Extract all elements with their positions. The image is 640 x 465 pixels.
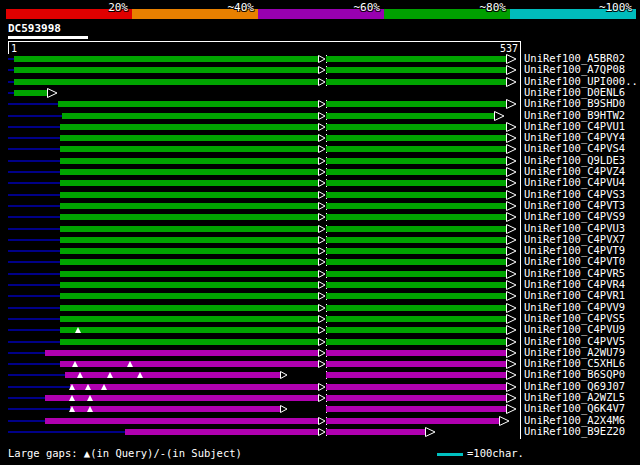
arrowhead-icon — [506, 246, 517, 256]
alignment-bar[interactable] — [60, 158, 318, 164]
unaligned-lead-line — [8, 397, 45, 399]
alignment-bar[interactable] — [60, 248, 318, 254]
color-key-label-1: ~40% — [228, 2, 255, 14]
hit-label[interactable]: UniRef100_B9SHD0 — [524, 98, 625, 110]
alignment-bar[interactable] — [45, 418, 318, 424]
alignment-bar[interactable] — [326, 56, 507, 62]
alignment-bar[interactable] — [326, 361, 507, 367]
alignment-bar[interactable] — [326, 79, 507, 85]
labels-column: UniRef100_A5BR02UniRef100_A7QP08UniRef10… — [524, 54, 640, 439]
unaligned-lead-line — [8, 363, 60, 365]
alignment-plot — [8, 54, 521, 439]
alignment-bar[interactable] — [326, 271, 507, 277]
alignment-bar[interactable] — [60, 214, 318, 220]
alignment-bar[interactable] — [14, 56, 318, 62]
arrowhead-icon — [506, 99, 517, 109]
alignment-bar[interactable] — [62, 113, 318, 119]
alignment-bar[interactable] — [326, 192, 507, 198]
alignment-bar[interactable] — [326, 203, 507, 209]
gap-chevron-icon — [280, 405, 288, 413]
alignment-bar[interactable] — [60, 135, 318, 141]
alignment-bar[interactable] — [326, 169, 507, 175]
alignment-bar[interactable] — [60, 169, 318, 175]
alignment-bar[interactable] — [326, 327, 507, 333]
alignment-bar[interactable] — [326, 339, 507, 345]
alignment-bar[interactable] — [60, 259, 318, 265]
alignment-bar[interactable] — [326, 418, 500, 424]
unaligned-lead-line — [8, 160, 60, 162]
alignment-bar[interactable] — [125, 429, 318, 435]
alignment-bar[interactable] — [326, 124, 507, 130]
alignment-bar[interactable] — [60, 293, 318, 299]
unaligned-lead-line — [8, 182, 60, 184]
alignment-bar[interactable] — [60, 361, 318, 367]
gap-chevron-icon — [318, 417, 326, 425]
alignment-bar[interactable] — [60, 146, 318, 152]
alignment-bar[interactable] — [326, 350, 507, 356]
alignment-bar[interactable] — [326, 248, 507, 254]
alignment-bar[interactable] — [70, 384, 318, 390]
alignment-bar[interactable] — [65, 372, 280, 378]
alignment-bar[interactable] — [326, 180, 507, 186]
alignment-bar[interactable] — [60, 339, 318, 345]
alignment-bar[interactable] — [14, 67, 318, 73]
gap-chevron-icon — [318, 349, 326, 357]
alignment-bar[interactable] — [326, 101, 507, 107]
alignment-bar[interactable] — [326, 384, 507, 390]
gap-chevron-icon — [280, 371, 288, 379]
arrowhead-icon — [47, 88, 58, 98]
hit-label[interactable]: UniRef100_B9EZ20 — [524, 426, 625, 438]
alignment-bar[interactable] — [70, 406, 280, 412]
alignment-bar[interactable] — [326, 237, 507, 243]
alignment-bar[interactable] — [60, 226, 318, 232]
gap-chevron-icon — [318, 168, 326, 176]
alignment-bar[interactable] — [326, 429, 426, 435]
alignment-bar[interactable] — [58, 101, 318, 107]
arrowhead-icon — [506, 280, 517, 290]
gap-chevron-icon — [318, 236, 326, 244]
alignment-bar[interactable] — [14, 79, 318, 85]
alignment-bar[interactable] — [45, 350, 318, 356]
arrowhead-icon — [506, 393, 517, 403]
alignment-bar[interactable] — [326, 158, 507, 164]
alignment-bar[interactable] — [60, 271, 318, 277]
hit-label[interactable]: UniRef100_C4PVU9 — [524, 324, 625, 336]
alignment-bar[interactable] — [60, 282, 318, 288]
alignment-bar[interactable] — [326, 406, 507, 412]
unaligned-lead-line — [8, 239, 60, 241]
alignment-bar[interactable] — [326, 214, 507, 220]
alignment-bar[interactable] — [60, 305, 318, 311]
arrowhead-icon — [506, 337, 517, 347]
arrowhead-icon — [506, 77, 517, 87]
alignment-bar[interactable] — [326, 395, 507, 401]
alignment-bar[interactable] — [326, 135, 507, 141]
alignment-bar[interactable] — [14, 90, 48, 96]
legend-gaps-text: Large gaps: ▲(in Query)/-(in Subject) — [8, 447, 242, 459]
alignment-bar[interactable] — [326, 293, 507, 299]
unaligned-lead-line — [8, 284, 60, 286]
alignment-bar[interactable] — [60, 327, 318, 333]
alignment-bar[interactable] — [326, 282, 507, 288]
alignment-bar[interactable] — [326, 259, 507, 265]
alignment-bar[interactable] — [326, 316, 507, 322]
alignment-bar[interactable] — [326, 113, 495, 119]
alignment-bar[interactable] — [60, 316, 318, 322]
alignment-bar[interactable] — [60, 124, 318, 130]
unaligned-lead-line — [8, 307, 60, 309]
alignment-bar[interactable] — [326, 372, 507, 378]
alignment-bar[interactable] — [326, 67, 507, 73]
hit-label[interactable]: UniRef100_C4PVS9 — [524, 211, 625, 223]
large-gap-triangle-icon — [69, 406, 75, 412]
arrowhead-icon — [506, 212, 517, 222]
arrowhead-icon — [506, 122, 517, 132]
alignment-bar[interactable] — [60, 203, 318, 209]
unaligned-lead-line — [8, 148, 60, 150]
alignment-bar[interactable] — [45, 395, 318, 401]
alignment-bar[interactable] — [60, 192, 318, 198]
arrowhead-icon — [425, 427, 436, 437]
alignment-bar[interactable] — [60, 237, 318, 243]
alignment-bar[interactable] — [326, 305, 507, 311]
alignment-bar[interactable] — [60, 180, 318, 186]
alignment-bar[interactable] — [326, 146, 507, 152]
alignment-bar[interactable] — [326, 226, 507, 232]
